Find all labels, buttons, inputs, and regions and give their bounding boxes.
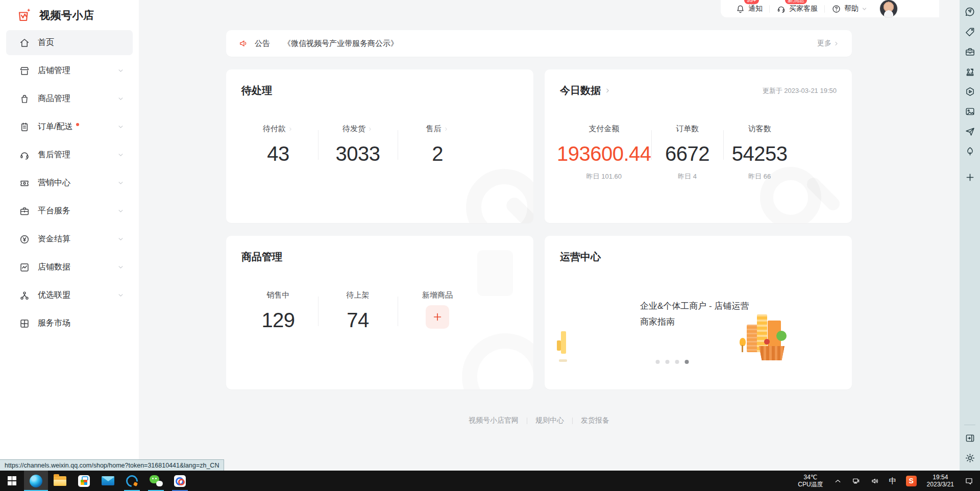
home-icon: [19, 37, 30, 48]
sidebar-item-orders-delivery[interactable]: 订单/配送: [0, 113, 139, 141]
start-button[interactable]: [0, 471, 24, 491]
cpu-temp-widget[interactable]: 34℃ CPU温度: [792, 474, 828, 488]
volume-button[interactable]: [866, 476, 885, 486]
taskbar-mail-button[interactable]: [96, 471, 120, 491]
settings-gear-icon[interactable]: [963, 451, 976, 464]
action-center-icon: [964, 476, 974, 486]
toolbar-divider: [964, 425, 975, 425]
stat-label: 销售中: [267, 290, 290, 300]
stat-pending-payment: 待付款 43: [238, 124, 318, 165]
chevron-right-icon: [604, 87, 611, 94]
logo[interactable]: 视频号小店: [0, 0, 139, 24]
taskbar-file-explorer-button[interactable]: [48, 471, 72, 491]
avatar[interactable]: [879, 0, 898, 18]
footer-link-shipping-report[interactable]: 发货报备: [581, 416, 609, 425]
notifications-badge: 99+: [744, 0, 759, 4]
windows-taskbar: 34℃ CPU温度 中 S 19:54 2023/3/21: [0, 471, 980, 491]
sidebar-item-product-management[interactable]: 商品管理: [0, 85, 139, 113]
taskbar-edge-button[interactable]: [24, 471, 48, 491]
stat-value: 129: [238, 309, 318, 332]
cpu-temp-value: 34℃: [798, 474, 823, 481]
clock-widget[interactable]: 19:54 2023/3/21: [921, 474, 960, 488]
tree-icon[interactable]: [963, 144, 976, 158]
today-data-card: 今日数据 更新于 2023-03-21 19:50 支付金额 193600.44…: [545, 69, 852, 223]
carousel-dot[interactable]: [666, 360, 670, 364]
chevron-down-icon: [117, 179, 125, 187]
ime-indicator[interactable]: 中: [885, 476, 901, 486]
chevron-right-icon: [287, 126, 293, 132]
clock-time: 19:54: [927, 474, 954, 481]
browser-app-icon[interactable]: [963, 85, 976, 98]
copilot-chat-icon[interactable]: [963, 5, 976, 18]
add-sidebar-item-icon[interactable]: [963, 170, 976, 184]
tray-expand-button[interactable]: [829, 477, 847, 485]
stat-link[interactable]: 待发货: [342, 124, 373, 134]
add-product-button[interactable]: [426, 305, 449, 329]
volume-icon: [870, 476, 880, 486]
footer-divider: [572, 418, 573, 424]
mail-icon: [102, 476, 114, 485]
sidebar-item-platform-services[interactable]: 平台服务: [0, 197, 139, 225]
sidebar-item-label: 首页: [38, 37, 54, 48]
stat-link[interactable]: 售后: [426, 124, 449, 134]
carousel-slide-link[interactable]: 企业&个体工商户 - 店铺运营 商家指南: [640, 298, 749, 330]
carousel-dot[interactable]: [656, 360, 660, 364]
sidebar-item-home[interactable]: 首页: [0, 29, 139, 57]
carousel-dot[interactable]: [675, 360, 679, 364]
announcement-bar: 公告 《微信视频号产业带服务商公示》 更多: [226, 30, 852, 57]
stat-visitor-count: 访客数 54253 昨日 66: [723, 124, 796, 181]
announcement-tag: 公告: [255, 39, 270, 48]
sidebar-item-alliance[interactable]: 优选联盟: [0, 281, 139, 309]
stat-yesterday: 昨日 66: [723, 172, 796, 181]
stat-value: 2: [398, 142, 477, 165]
buyer-support-button[interactable]: 买家客服 新消息: [770, 0, 824, 17]
chart-icon: [19, 262, 30, 273]
taskbar-tim-button[interactable]: [120, 471, 144, 491]
network-icon: [851, 476, 861, 486]
network-status-button[interactable]: [847, 476, 866, 486]
carousel-dot-active[interactable]: [685, 360, 689, 364]
toolbox-icon[interactable]: [963, 45, 976, 58]
footer-link-rules-center[interactable]: 规则中心: [535, 416, 564, 425]
operation-center-card: 运营中心 企业&个体工商户 - 店铺运营 商家指南: [545, 236, 852, 389]
help-button[interactable]: 帮助: [825, 0, 874, 17]
taskbar-store-button[interactable]: [72, 471, 96, 491]
edge-icon: [30, 475, 42, 487]
chevron-down-icon: [117, 151, 125, 159]
stat-link[interactable]: 待付款: [263, 124, 293, 134]
sidebar-item-label: 营销中心: [38, 178, 70, 188]
stat-value-accent: 193600.44: [557, 142, 651, 165]
action-center-button[interactable]: [960, 476, 980, 486]
games-icon[interactable]: [963, 65, 976, 78]
send-icon[interactable]: [963, 125, 976, 138]
today-data-title-link[interactable]: 今日数据: [560, 84, 611, 97]
sidebar-item-shop-data[interactable]: 店铺数据: [0, 253, 139, 281]
pending-card-title: 待处理: [241, 84, 272, 97]
notifications-button[interactable]: 通知 99+: [729, 0, 769, 17]
pending-card: 待处理 待付款 43 待发货: [226, 69, 533, 223]
sogou-ime-button[interactable]: S: [901, 476, 921, 486]
stat-value: 6672: [651, 142, 724, 165]
chevron-up-icon: [834, 477, 842, 485]
decorative-watermark: [462, 333, 533, 389]
sidebar-item-label: 订单/配送: [38, 121, 72, 132]
announcement-more-button[interactable]: 更多: [817, 39, 840, 48]
briefcase-icon: [19, 206, 30, 217]
more-label: 更多: [817, 39, 831, 48]
market-icon: [19, 318, 30, 329]
sidebar-item-service-market[interactable]: 服务市场: [0, 309, 139, 337]
sidebar-item-funds-settlement[interactable]: 资金结算: [0, 225, 139, 253]
sidebar-item-aftersale[interactable]: 售后管理: [0, 141, 139, 169]
photos-icon[interactable]: [963, 105, 976, 118]
chevron-down-icon: [117, 235, 125, 243]
announcement-link[interactable]: 《微信视频号产业带服务商公示》: [283, 39, 398, 48]
footer-link-official-site[interactable]: 视频号小店官网: [469, 416, 519, 425]
shopping-tag-icon[interactable]: [963, 25, 976, 38]
taskbar-wechat-button[interactable]: [144, 471, 168, 491]
sidebar-item-shop-management[interactable]: 店铺管理: [0, 57, 139, 85]
sidebar-item-label: 优选联盟: [38, 290, 70, 301]
open-panel-icon[interactable]: [963, 431, 976, 445]
sidebar-item-marketing[interactable]: 营销中心: [0, 169, 139, 197]
store-icon: [78, 475, 90, 487]
taskbar-app-button[interactable]: [168, 471, 192, 491]
